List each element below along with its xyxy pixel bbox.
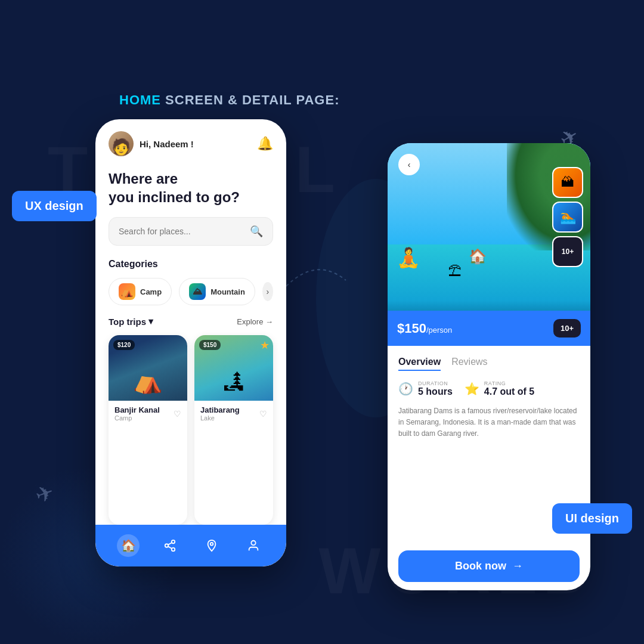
user-greeting-row: 🧑 Hi, Nadeem ! [109, 131, 194, 156]
camp-label: Camp [140, 287, 162, 296]
nav-share-button[interactable] [159, 534, 181, 557]
trips-grid: $120 ⛺ Banjir Kanal Camp ♡ ★ $150 🏞 [109, 335, 273, 525]
price-row: $150/person 10+ [388, 311, 590, 346]
mountain-label: Mountain [210, 287, 245, 296]
trip-price-jatibarang: $150 [199, 340, 221, 350]
top-trips-dropdown-icon[interactable]: ▾ [148, 316, 153, 327]
ui-design-badge: UI design [552, 503, 632, 534]
detail-tabs: Overview Reviews [398, 357, 580, 371]
duration-stat: 🕐 DURATION 5 hours [398, 380, 453, 397]
back-button[interactable]: ‹ [398, 154, 420, 175]
rating-stat: ⭐ RATING 4.7 out of 5 [465, 380, 534, 397]
bottom-navigation: 🏠 [95, 525, 286, 566]
mountain-icon: ⛰ [189, 283, 206, 300]
trip-type-banjir: Camp [114, 414, 160, 422]
categories-row: ⛺ Camp ⛰ Mountain › [109, 278, 273, 305]
tab-reviews[interactable]: Reviews [451, 357, 487, 371]
star-badge-jatibarang: ★ [260, 339, 270, 352]
greeting-text: Hi, Nadeem ! [140, 139, 194, 149]
home-screen-phone: 🧑 Hi, Nadeem ! 🔔 Where are you inclined … [95, 119, 286, 566]
photo-thumb-1[interactable]: 🏔 [552, 167, 583, 198]
svg-line-4 [168, 543, 172, 545]
avatar-image: 🧑 [109, 131, 134, 156]
nav-location-button[interactable] [200, 534, 223, 557]
trip-name-jatibarang: Jatibarang [200, 405, 240, 414]
nav-profile-button[interactable] [242, 534, 265, 557]
duration-label: DURATION [418, 380, 453, 386]
trip-image-jatibarang: ★ $150 🏞 [194, 335, 273, 401]
svg-point-2 [172, 548, 175, 552]
svg-point-1 [165, 544, 169, 547]
category-mountain[interactable]: ⛰ Mountain [179, 278, 255, 305]
detail-hero-section: 🧘 🏠 ⛱ ‹ 🏔 🏊 10+ Jatibarang Lake $150/per… [388, 143, 590, 346]
rating-value: 4.7 out of 5 [484, 386, 534, 397]
ux-design-badge: UX design [12, 191, 97, 221]
camp-icon: ⛺ [119, 283, 135, 300]
trip-image-banjir: $120 ⛺ [109, 335, 187, 401]
trip-info-banjir: Banjir Kanal Camp ♡ [109, 401, 187, 426]
rating-label: RATING [484, 380, 534, 386]
clock-icon: 🕐 [398, 382, 413, 396]
duration-value: 5 hours [418, 386, 453, 397]
book-btn-arrow: → [512, 560, 523, 572]
trip-price-banjir: $120 [113, 340, 135, 350]
trip-info-jatibarang: Jatibarang Lake ♡ [194, 401, 273, 426]
search-icon[interactable]: 🔍 [250, 225, 263, 238]
search-input[interactable] [119, 227, 250, 236]
lake-decoration: 🏞 [223, 370, 244, 395]
tent-decoration: ⛺ [133, 367, 163, 395]
detail-stats: 🕐 DURATION 5 hours ⭐ RATING 4.7 out of 5 [398, 380, 580, 397]
header-accent: HOME [119, 92, 161, 107]
photo-count-badge: 10+ [553, 319, 581, 338]
home-phone-body: 🧑 Hi, Nadeem ! 🔔 Where are you inclined … [95, 119, 286, 525]
photo-thumb-2[interactable]: 🏊 [552, 202, 583, 233]
top-trips-label: Top trips ▾ [109, 316, 153, 327]
nav-home-button[interactable]: 🏠 [117, 534, 140, 557]
page-header: HOME SCREEN & DETAIL PAGE: [119, 92, 339, 108]
trip-type-jatibarang: Lake [200, 414, 240, 422]
umbrella-icon: ⛱ [448, 264, 462, 279]
svg-point-6 [251, 541, 255, 545]
person-icon: 🧘 [397, 246, 420, 269]
trip-name-banjir: Banjir Kanal [114, 405, 160, 414]
photo-thumbnails: 🏔 🏊 10+ [552, 167, 583, 267]
top-trips-header: Top trips ▾ Explore → [109, 316, 273, 327]
tab-overview[interactable]: Overview [398, 357, 441, 371]
favorite-icon-banjir[interactable]: ♡ [174, 409, 181, 419]
categories-more-button[interactable]: › [262, 282, 273, 301]
svg-point-0 [172, 540, 175, 544]
dashed-path-decoration [280, 250, 352, 298]
explore-link[interactable]: Explore → [237, 317, 273, 326]
per-person-text: /person [426, 326, 452, 335]
trip-card-banjir[interactable]: $120 ⛺ Banjir Kanal Camp ♡ [109, 335, 187, 525]
star-icon: ⭐ [465, 382, 479, 396]
notification-icon[interactable]: 🔔 [257, 136, 273, 151]
price-display: $150/person [397, 321, 452, 336]
book-now-button[interactable]: Book now → [398, 550, 580, 582]
home-top-bar: 🧑 Hi, Nadeem ! 🔔 [109, 131, 273, 156]
book-btn-label: Book now [455, 560, 506, 572]
search-bar[interactable]: 🔍 [109, 217, 273, 246]
trip-card-jatibarang[interactable]: ★ $150 🏞 Jatibarang Lake ♡ [194, 335, 273, 525]
hut-icon: 🏠 [469, 248, 487, 265]
detail-body: Overview Reviews 🕐 DURATION 5 hours ⭐ RA… [388, 346, 590, 590]
header-rest: SCREEN & DETAIL PAGE: [161, 92, 339, 107]
categories-title: Categories [109, 259, 273, 270]
svg-point-5 [210, 543, 213, 546]
favorite-icon-jatibarang[interactable]: ♡ [259, 409, 267, 419]
photo-thumb-more[interactable]: 10+ [552, 236, 583, 267]
svg-line-3 [168, 546, 172, 549]
category-camp[interactable]: ⛺ Camp [109, 278, 172, 305]
avatar: 🧑 [109, 131, 134, 156]
home-headline: Where are you inclined to go? [109, 169, 273, 206]
